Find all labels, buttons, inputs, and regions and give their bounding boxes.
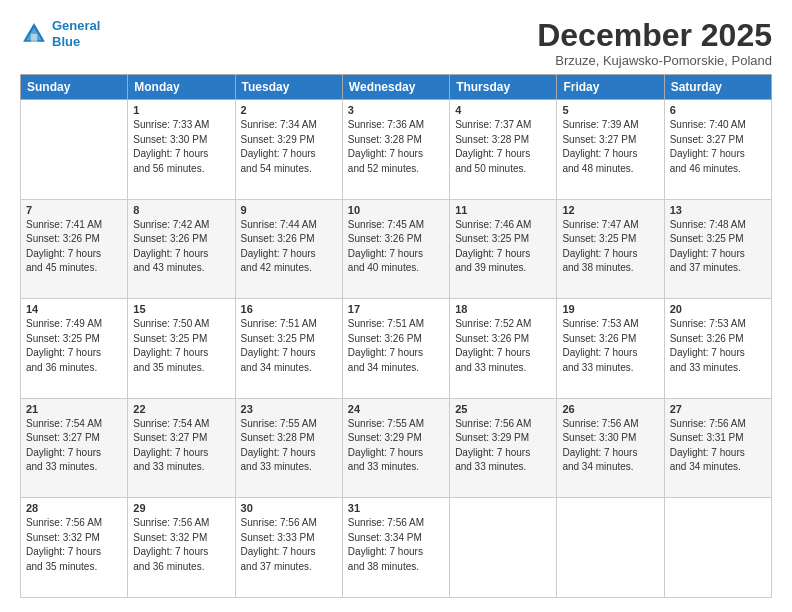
daylight-label: Daylight: 7 hours [670,347,745,358]
daylight-minutes: and 35 minutes. [133,362,204,373]
calendar-cell: 14Sunrise: 7:49 AMSunset: 3:25 PMDayligh… [21,299,128,399]
sunset-text: Sunset: 3:26 PM [133,233,207,244]
cell-details: Sunrise: 7:34 AMSunset: 3:29 PMDaylight:… [241,118,337,176]
sunset-text: Sunset: 3:26 PM [348,233,422,244]
day-number: 31 [348,502,444,514]
calendar-cell: 27Sunrise: 7:56 AMSunset: 3:31 PMDayligh… [664,398,771,498]
day-number: 29 [133,502,229,514]
page: General Blue December 2025 Brzuze, Kujaw… [0,0,792,612]
daylight-label: Daylight: 7 hours [348,248,423,259]
cell-details: Sunrise: 7:46 AMSunset: 3:25 PMDaylight:… [455,218,551,276]
calendar-cell: 6Sunrise: 7:40 AMSunset: 3:27 PMDaylight… [664,100,771,200]
daylight-minutes: and 33 minutes. [348,461,419,472]
sunset-text: Sunset: 3:32 PM [133,532,207,543]
calendar-cell: 2Sunrise: 7:34 AMSunset: 3:29 PMDaylight… [235,100,342,200]
daylight-minutes: and 45 minutes. [26,262,97,273]
daylight-minutes: and 43 minutes. [133,262,204,273]
daylight-label: Daylight: 7 hours [133,447,208,458]
calendar-cell: 13Sunrise: 7:48 AMSunset: 3:25 PMDayligh… [664,199,771,299]
sunrise-text: Sunrise: 7:54 AM [133,418,209,429]
daylight-label: Daylight: 7 hours [455,248,530,259]
sunrise-text: Sunrise: 7:56 AM [455,418,531,429]
title-block: December 2025 Brzuze, Kujawsko-Pomorskie… [537,18,772,68]
cell-details: Sunrise: 7:56 AMSunset: 3:32 PMDaylight:… [133,516,229,574]
sunrise-text: Sunrise: 7:56 AM [133,517,209,528]
day-number: 30 [241,502,337,514]
sunset-text: Sunset: 3:26 PM [670,333,744,344]
sunset-text: Sunset: 3:27 PM [133,432,207,443]
sunrise-text: Sunrise: 7:50 AM [133,318,209,329]
sunset-text: Sunset: 3:25 PM [133,333,207,344]
calendar-row-4: 28Sunrise: 7:56 AMSunset: 3:32 PMDayligh… [21,498,772,598]
cell-details: Sunrise: 7:36 AMSunset: 3:28 PMDaylight:… [348,118,444,176]
day-number: 18 [455,303,551,315]
sunrise-text: Sunrise: 7:53 AM [670,318,746,329]
cell-details: Sunrise: 7:39 AMSunset: 3:27 PMDaylight:… [562,118,658,176]
calendar-cell: 8Sunrise: 7:42 AMSunset: 3:26 PMDaylight… [128,199,235,299]
daylight-minutes: and 33 minutes. [26,461,97,472]
daylight-minutes: and 37 minutes. [670,262,741,273]
daylight-label: Daylight: 7 hours [455,447,530,458]
sunset-text: Sunset: 3:26 PM [241,233,315,244]
calendar-cell: 25Sunrise: 7:56 AMSunset: 3:29 PMDayligh… [450,398,557,498]
sunset-text: Sunset: 3:28 PM [241,432,315,443]
calendar-cell: 28Sunrise: 7:56 AMSunset: 3:32 PMDayligh… [21,498,128,598]
day-number: 10 [348,204,444,216]
day-number: 28 [26,502,122,514]
daylight-label: Daylight: 7 hours [26,447,101,458]
calendar-cell: 17Sunrise: 7:51 AMSunset: 3:26 PMDayligh… [342,299,449,399]
cell-details: Sunrise: 7:51 AMSunset: 3:26 PMDaylight:… [348,317,444,375]
header: General Blue December 2025 Brzuze, Kujaw… [20,18,772,68]
daylight-label: Daylight: 7 hours [562,248,637,259]
calendar-row-3: 21Sunrise: 7:54 AMSunset: 3:27 PMDayligh… [21,398,772,498]
weekday-header-row: SundayMondayTuesdayWednesdayThursdayFrid… [21,75,772,100]
daylight-label: Daylight: 7 hours [348,546,423,557]
daylight-minutes: and 33 minutes. [241,461,312,472]
day-number: 26 [562,403,658,415]
daylight-label: Daylight: 7 hours [562,347,637,358]
daylight-minutes: and 54 minutes. [241,163,312,174]
cell-details: Sunrise: 7:52 AMSunset: 3:26 PMDaylight:… [455,317,551,375]
calendar-cell: 10Sunrise: 7:45 AMSunset: 3:26 PMDayligh… [342,199,449,299]
sunset-text: Sunset: 3:26 PM [348,333,422,344]
cell-details: Sunrise: 7:48 AMSunset: 3:25 PMDaylight:… [670,218,766,276]
cell-details: Sunrise: 7:56 AMSunset: 3:31 PMDaylight:… [670,417,766,475]
sunrise-text: Sunrise: 7:52 AM [455,318,531,329]
daylight-minutes: and 34 minutes. [670,461,741,472]
sunrise-text: Sunrise: 7:56 AM [670,418,746,429]
calendar-cell: 19Sunrise: 7:53 AMSunset: 3:26 PMDayligh… [557,299,664,399]
daylight-label: Daylight: 7 hours [241,148,316,159]
daylight-label: Daylight: 7 hours [133,546,208,557]
calendar-cell: 22Sunrise: 7:54 AMSunset: 3:27 PMDayligh… [128,398,235,498]
daylight-label: Daylight: 7 hours [670,447,745,458]
logo-line2: Blue [52,34,80,49]
day-number: 9 [241,204,337,216]
daylight-label: Daylight: 7 hours [455,148,530,159]
cell-details: Sunrise: 7:50 AMSunset: 3:25 PMDaylight:… [133,317,229,375]
sunrise-text: Sunrise: 7:42 AM [133,219,209,230]
logo-icon [20,20,48,48]
sunset-text: Sunset: 3:27 PM [670,134,744,145]
sunset-text: Sunset: 3:34 PM [348,532,422,543]
cell-details: Sunrise: 7:56 AMSunset: 3:34 PMDaylight:… [348,516,444,574]
day-number: 25 [455,403,551,415]
cell-details: Sunrise: 7:56 AMSunset: 3:33 PMDaylight:… [241,516,337,574]
day-number: 27 [670,403,766,415]
day-number: 23 [241,403,337,415]
calendar-cell: 30Sunrise: 7:56 AMSunset: 3:33 PMDayligh… [235,498,342,598]
calendar-cell: 20Sunrise: 7:53 AMSunset: 3:26 PMDayligh… [664,299,771,399]
calendar-cell: 24Sunrise: 7:55 AMSunset: 3:29 PMDayligh… [342,398,449,498]
daylight-minutes: and 50 minutes. [455,163,526,174]
sunrise-text: Sunrise: 7:53 AM [562,318,638,329]
daylight-minutes: and 46 minutes. [670,163,741,174]
calendar-cell: 1Sunrise: 7:33 AMSunset: 3:30 PMDaylight… [128,100,235,200]
sunset-text: Sunset: 3:30 PM [562,432,636,443]
calendar-cell: 4Sunrise: 7:37 AMSunset: 3:28 PMDaylight… [450,100,557,200]
weekday-header-wednesday: Wednesday [342,75,449,100]
daylight-minutes: and 39 minutes. [455,262,526,273]
cell-details: Sunrise: 7:33 AMSunset: 3:30 PMDaylight:… [133,118,229,176]
sunrise-text: Sunrise: 7:44 AM [241,219,317,230]
day-number: 5 [562,104,658,116]
daylight-minutes: and 35 minutes. [26,561,97,572]
cell-details: Sunrise: 7:54 AMSunset: 3:27 PMDaylight:… [26,417,122,475]
